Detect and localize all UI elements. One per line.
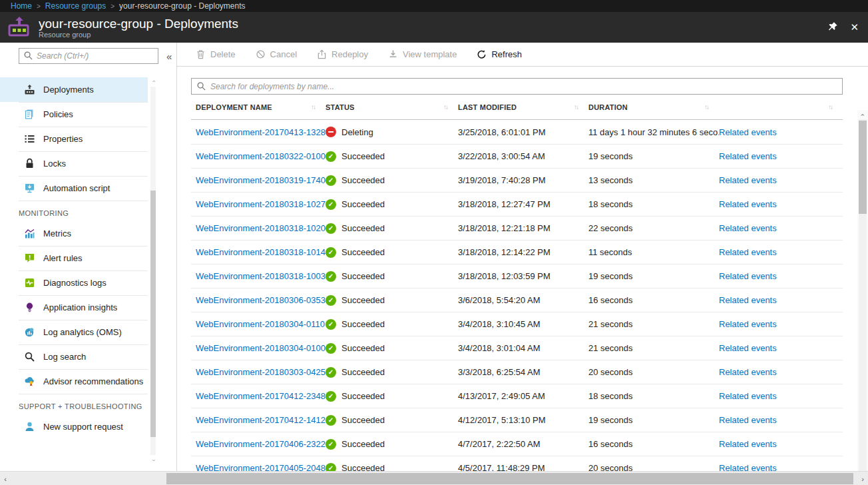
related-events-link[interactable]: Related events [719, 127, 777, 137]
deployment-name-link[interactable]: WebEnvironment-20170406-2322 [196, 439, 326, 449]
sidebar-item-label: Policies [43, 109, 73, 119]
view-template-button[interactable]: View template [388, 49, 457, 59]
sidebar-item-deployments[interactable]: Deployments [0, 77, 148, 102]
table-row: WebEnvironment-20170406-2322 Succeeded 4… [191, 432, 843, 456]
scroll-left-icon[interactable]: ‹ [0, 472, 11, 485]
vertical-scrollbar[interactable]: › › [857, 110, 868, 485]
duration-cell: 16 seconds [588, 295, 719, 305]
sidebar-item-locks[interactable]: Locks [0, 151, 148, 176]
related-events-link[interactable]: Related events [719, 415, 777, 425]
column-header-deployment-name[interactable]: DEPLOYMENT NAME ↑↓ [191, 103, 326, 111]
sidebar-item-properties[interactable]: Properties [0, 127, 148, 151]
column-header-events[interactable]: ↑↓ [719, 103, 843, 111]
cancel-button[interactable]: Cancel [256, 49, 297, 59]
related-events-link[interactable]: Related events [719, 223, 777, 233]
deployment-name-link[interactable]: WebEnvironment-20180303-0425 [196, 367, 326, 377]
scroll-up-icon[interactable]: › [150, 77, 156, 85]
status-text: Succeeded [341, 271, 385, 281]
lock-icon [24, 158, 35, 169]
related-events-link[interactable]: Related events [719, 247, 777, 257]
sidebar-item-label: Alert rules [43, 253, 83, 263]
deployment-name-link[interactable]: WebEnvironment-20180318-1014 [196, 247, 326, 257]
sort-icon: ↑↓ [574, 103, 578, 111]
duration-cell: 19 seconds [588, 415, 719, 425]
sidebar-search-input[interactable] [19, 48, 158, 64]
status-icon [326, 415, 336, 426]
breadcrumb-home-link[interactable]: Home [11, 1, 32, 11]
related-events-link[interactable]: Related events [719, 319, 777, 329]
deployment-name-link[interactable]: WebEnvironment-20180318-1020 [196, 223, 326, 233]
related-events-link[interactable]: Related events [719, 175, 777, 185]
deployment-name-link[interactable]: WebEnvironment-20180319-1740 [196, 175, 326, 185]
metrics-icon [24, 228, 35, 239]
collapse-sidebar-button[interactable]: « [164, 51, 174, 62]
breadcrumb-separator: > [37, 3, 41, 10]
breadcrumb-resource-groups-link[interactable]: Resource groups [45, 1, 106, 11]
sidebar-scrollbar-thumb[interactable] [150, 191, 156, 437]
vertical-scrollbar-thumb[interactable] [859, 121, 867, 214]
sidebar-item-policies[interactable]: Policies [0, 102, 148, 127]
sidebar-item-label: Deployments [43, 85, 94, 95]
column-header-status[interactable]: STATUS ↑↓ [326, 103, 458, 111]
related-events-link[interactable]: Related events [719, 391, 777, 401]
column-header-duration[interactable]: DURATION ↑↓ [588, 103, 719, 111]
sidebar-section-monitoring: MONITORING [0, 201, 148, 221]
deployment-name-link[interactable]: WebEnvironment-20180306-0353 [196, 295, 326, 305]
sidebar-menu: Deployments Policies Properties Locks [0, 77, 148, 439]
table-row: WebEnvironment-20170413-1328 Deleting 3/… [191, 120, 843, 144]
deployment-name-link[interactable]: WebEnvironment-20170412-1412 [196, 415, 326, 425]
scroll-down-icon[interactable]: › [150, 456, 156, 464]
related-events-link[interactable]: Related events [719, 343, 777, 353]
related-events-link[interactable]: Related events [719, 439, 777, 449]
last-modified-cell: 3/18/2018, 12:21:18 PM [458, 223, 588, 233]
deployment-name-link[interactable]: WebEnvironment-20180304-0100 [196, 343, 326, 353]
sidebar-item-metrics[interactable]: Metrics [0, 221, 148, 246]
sidebar-item-label: Automation script [43, 183, 110, 193]
sidebar-item-log-analytics[interactable]: Log analytics (OMS) [0, 320, 148, 344]
sidebar-item-application-insights[interactable]: Application insights [0, 295, 148, 320]
sidebar-item-diagnostics-logs[interactable]: Diagnostics logs [0, 270, 148, 295]
sidebar-item-alert-rules[interactable]: Alert rules [0, 246, 148, 270]
delete-button[interactable]: Delete [196, 49, 236, 59]
deployment-name-link[interactable]: WebEnvironment-20180304-0110 [196, 319, 325, 329]
status-text: Succeeded [341, 223, 385, 233]
table-row: WebEnvironment-20180322-0100 Succeeded 3… [191, 144, 843, 168]
refresh-button[interactable]: Refresh [477, 49, 522, 59]
log-search-icon [24, 351, 35, 362]
application-insights-icon [24, 302, 35, 313]
pin-button[interactable] [827, 21, 838, 34]
horizontal-scrollbar[interactable]: ‹ › [0, 471, 868, 485]
close-button[interactable]: ✕ [850, 21, 859, 33]
breadcrumb: Home > Resource groups > your-resource-g… [0, 0, 868, 12]
sidebar-item-new-support-request[interactable]: New support request [0, 414, 148, 439]
related-events-link[interactable]: Related events [719, 295, 777, 305]
deployment-name-link[interactable]: WebEnvironment-20170413-1328 [196, 127, 326, 137]
redeploy-button[interactable]: Redeploy [317, 49, 368, 59]
duration-cell: 13 seconds [588, 175, 719, 185]
table-row: WebEnvironment-20180304-0100 Succeeded 3… [191, 336, 843, 360]
related-events-link[interactable]: Related events [719, 271, 777, 281]
horizontal-scrollbar-thumb[interactable] [166, 473, 853, 484]
sidebar-item-automation-script[interactable]: Automation script [0, 176, 148, 201]
deployment-name-link[interactable]: WebEnvironment-20170412-2348 [196, 391, 326, 401]
column-header-last-modified[interactable]: LAST MODIFIED ↑↓ [458, 103, 588, 111]
related-events-link[interactable]: Related events [719, 151, 777, 161]
deployment-name-link[interactable]: WebEnvironment-20180322-0100 [196, 151, 326, 161]
scroll-right-icon[interactable]: › [857, 472, 868, 485]
sidebar-item-label: Log analytics (OMS) [43, 327, 122, 337]
status-text: Deleting [341, 127, 373, 137]
table-header: DEPLOYMENT NAME ↑↓ STATUS ↑↓ LAST MODIFI… [191, 95, 843, 120]
sidebar-scrollbar[interactable]: › › [150, 77, 156, 464]
related-events-link[interactable]: Related events [719, 367, 777, 377]
scroll-up-icon[interactable]: › [857, 110, 868, 119]
pin-icon [827, 21, 838, 34]
sidebar-item-advisor-recommendations[interactable]: Advisor recommendations [0, 369, 148, 394]
duration-cell: 11 seconds [588, 247, 719, 257]
related-events-link[interactable]: Related events [719, 199, 777, 209]
sidebar-item-log-search[interactable]: Log search [0, 344, 148, 369]
status-text: Succeeded [341, 247, 385, 257]
deployment-name-link[interactable]: WebEnvironment-20180318-1003 [196, 271, 326, 281]
status-icon [326, 151, 336, 162]
deployments-search-input[interactable] [191, 78, 843, 95]
deployment-name-link[interactable]: WebEnvironment-20180318-1027 [196, 199, 326, 209]
